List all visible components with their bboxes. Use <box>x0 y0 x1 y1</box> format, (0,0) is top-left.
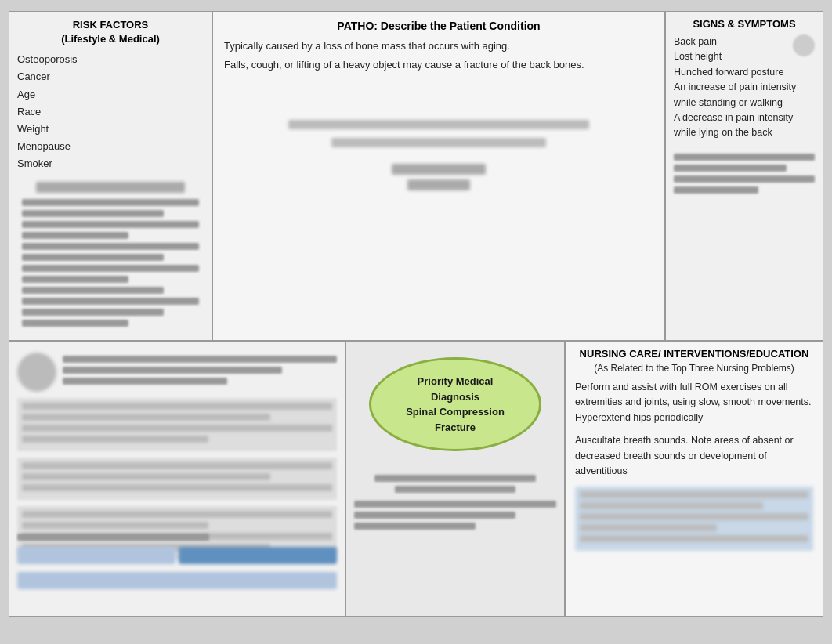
patho-line2: Falls, cough, or lifting of a heavy obje… <box>224 57 653 73</box>
main-container: RISK FACTORS (Lifestyle & Medical) Osteo… <box>9 11 823 617</box>
signs-blur <box>674 154 815 194</box>
list-item: Osteoporosis <box>17 51 204 68</box>
patho-line1: Typically caused by a loss of bone mass … <box>224 38 653 54</box>
center-bottom-blur <box>354 475 556 534</box>
nursing-care-panel: NURSING CARE/ INTERVENTIONS/EDUCATION (A… <box>566 342 823 616</box>
decorative-circle <box>793 34 815 56</box>
nursing-blur-box <box>575 487 813 551</box>
list-item: An increase of pain intensity while stan… <box>674 80 815 110</box>
bottom-tab-active[interactable] <box>17 547 175 564</box>
list-item: Lost height <box>674 49 815 64</box>
priority-line1: Priority Medical <box>418 374 494 389</box>
top-row: RISK FACTORS (Lifestyle & Medical) Osteo… <box>9 12 823 342</box>
patho-panel: PATHO: Describe the Patient Condition Ty… <box>213 12 666 340</box>
icon-area <box>17 353 337 392</box>
priority-oval: Priority Medical Diagnosis Spinal Compre… <box>369 357 541 451</box>
risk-factors-title: RISK FACTORS (Lifestyle & Medical) <box>17 18 204 46</box>
list-item: Hunched forward posture <box>674 65 815 80</box>
list-item: Race <box>17 103 204 121</box>
risk-factors-panel: RISK FACTORS (Lifestyle & Medical) Osteo… <box>9 12 213 340</box>
list-item: Weight <box>17 121 204 138</box>
risk-factors-list: Osteoporosis Cancer Age Race Weight Meno… <box>17 51 204 172</box>
icon-lines <box>63 356 337 389</box>
bottom-left-blur <box>17 353 337 559</box>
priority-line4: Fracture <box>435 420 476 436</box>
patho-title: PATHO: Describe the Patient Condition <box>224 20 653 32</box>
bottom-tab[interactable] <box>179 547 337 564</box>
nursing-text1: Perform and assist with full ROM exercis… <box>575 380 813 425</box>
bottom-tab-2[interactable] <box>17 572 337 589</box>
list-item: Cancer <box>17 68 204 85</box>
nursing-title: NURSING CARE/ INTERVENTIONS/EDUCATION <box>575 348 813 360</box>
signs-symptoms-panel: SIGNS & SYMPTOMS Back pain Lost height H… <box>666 12 823 340</box>
blur-box-2 <box>17 458 337 500</box>
nursing-text2: Auscultate breath sounds. Note areas of … <box>575 433 813 479</box>
bottom-row: Priority Medical Diagnosis Spinal Compre… <box>9 342 823 616</box>
list-item: Smoker <box>17 155 204 172</box>
list-item: Age <box>17 86 204 103</box>
patho-blur-center <box>224 120 653 190</box>
list-item: A decrease in pain intensity while lying… <box>674 110 815 141</box>
list-item: Menopause <box>17 138 204 155</box>
priority-line3: Spinal Compression <box>406 404 505 420</box>
priority-line2: Diagnosis <box>431 389 479 405</box>
signs-title: SIGNS & SYMPTOMS <box>674 18 815 30</box>
bottom-left-panel <box>9 342 346 616</box>
blur-box-1 <box>17 398 337 451</box>
icon-circle <box>17 353 56 392</box>
risk-factors-blur-section <box>17 182 204 334</box>
nursing-subtitle: (As Related to the Top Three Nursing Pro… <box>575 363 813 374</box>
priority-diagnosis-panel: Priority Medical Diagnosis Spinal Compre… <box>346 342 566 616</box>
